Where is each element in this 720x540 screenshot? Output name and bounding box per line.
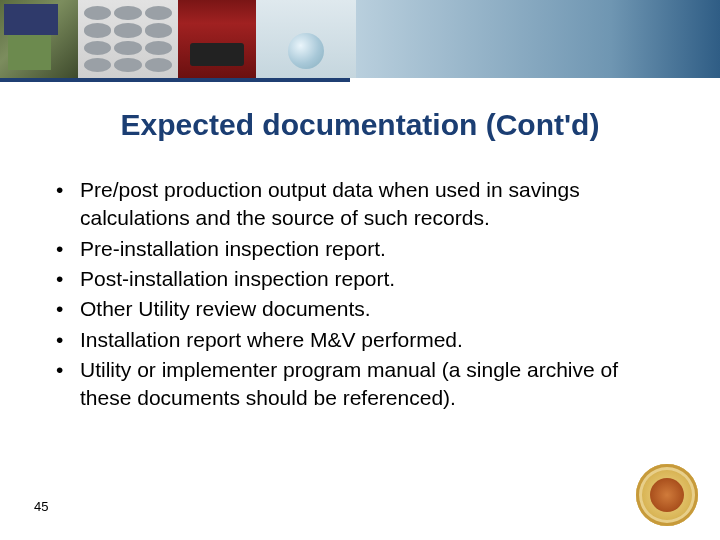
list-item: Other Utility review documents. <box>48 295 672 323</box>
slide-content: Pre/post production output data when use… <box>0 176 720 413</box>
banner-image-house <box>0 0 78 78</box>
list-item: Utility or implementer program manual (a… <box>48 356 672 413</box>
banner-image-keypad <box>78 0 178 78</box>
banner-underline <box>0 78 350 82</box>
list-item: Installation report where M&V performed. <box>48 326 672 354</box>
list-item: Pre-installation inspection report. <box>48 235 672 263</box>
banner-image-train <box>178 0 256 78</box>
state-seal-icon <box>636 464 698 526</box>
slide-title: Expected documentation (Cont'd) <box>0 108 720 142</box>
bullet-list: Pre/post production output data when use… <box>48 176 672 413</box>
banner-image-waterdrop <box>256 0 356 78</box>
list-item: Pre/post production output data when use… <box>48 176 672 233</box>
page-number: 45 <box>34 499 48 514</box>
banner-gradient <box>356 0 720 78</box>
list-item: Post-installation inspection report. <box>48 265 672 293</box>
header-banner <box>0 0 720 78</box>
